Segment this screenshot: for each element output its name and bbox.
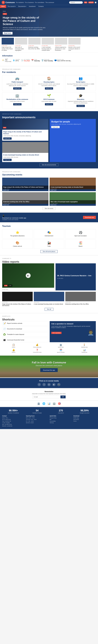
bip-badge[interactable]: bip [84,2,87,4]
tourism-card-4[interactable]: 🚂 Trails [34,240,64,249]
information-title: Information [2,55,96,57]
residents-readmore-4[interactable]: Read more [45,103,53,105]
accessibility-link[interactable]: Accessibility [50,420,56,422]
humidity-info: 💧 Humidity 37 % [13,58,20,62]
join-banner-button[interactable]: Download the app [40,368,58,372]
video-title: Video reports [2,260,96,263]
shortcut-sub-4[interactable]: 🔔 Notices [2,349,25,353]
social-aid-icon: 👨‍👩‍👧 [3,339,6,341]
announce-featured-button[interactable]: Read more [51,126,60,128]
announce-card-0: Alert Huge smog in the vicinity of the P… [2,119,48,141]
shortcut-item-2[interactable]: ♻️ Timetable for waste disposal [2,332,48,337]
tourism-see-all-button[interactable]: See all tourist places [40,250,58,253]
event-card-1: A new municipal housing estate on Areszk… [50,178,96,191]
newsletter-email-input[interactable] [32,396,60,398]
nav-for-residents[interactable]: For residents [16,2,24,3]
shortcuts-sub-grid: 📋 Report 💰 Online payments 🏛️ Sports hal… [2,344,96,353]
tourism-card-1[interactable]: 🎭 Entertainment [34,229,64,238]
linkedin-icon[interactable]: in [47,383,51,386]
stats-main: 86 994+ Number of residents 54 Number of… [2,409,96,414]
news-item-0[interactable]: 1 may 2021 Huge smog in the vicinity of … [2,38,14,51]
video-thumb-1[interactable]: 18.05.2021 A new municipal housing estat… [34,292,64,306]
events-see-all-button[interactable]: See all events [42,207,56,210]
join-banner: Fall in love with Commune Discover the c… [0,356,98,378]
instagram-icon[interactable]: 📷 [57,383,60,386]
residents-readmore-0[interactable]: Read more [13,88,22,90]
weather-info: ⛅ Today 7°C Partly cloudy [2,58,11,62]
shortcut-sub-6[interactable]: 🗓️ Sports activities [50,349,72,353]
news-item-3[interactable]: 21 may 2021 A new municipal housing esta… [42,38,54,51]
shortcut-sub-0[interactable]: 📋 Report [2,344,25,348]
nav-the-commune[interactable]: The commune [45,2,54,3]
announcements-see-all-button[interactable]: See all announcements [40,164,59,166]
stats-col-download: Download Mobile App Documents Forms [73,415,96,427]
video-thumb-2[interactable]: 18.05.2021 Extensive working time of the… [65,292,96,306]
residents-readmore-1[interactable]: Read more [45,88,53,90]
eco-icon: 🌱 [35,94,63,98]
event-readmore-0[interactable]: Read more [2,189,48,191]
newsletter-form: OK [2,396,96,398]
video-see-all-button[interactable]: See all [45,308,54,311]
facebook-icon[interactable]: f [38,383,41,386]
event-readmore-1[interactable]: Read more [50,189,96,191]
residents-readmore-5[interactable]: Read more [76,105,85,107]
hero-read-more-button[interactable]: Read more [3,32,13,34]
tourism-card-2[interactable]: ⚽ Sport and recreation [65,229,96,238]
announce-readmore-0[interactable]: Read more [3,138,12,140]
news-item-1[interactable]: 3 may 2021 New rules of municipal waste … [15,38,27,51]
app-download-button[interactable]: Download now [83,216,96,219]
header-nav: For residents For a business For committ… [16,2,68,3]
news-item-2[interactable]: 3 may 2021 Extensive working time of the… [28,38,40,51]
residents-readmore-2[interactable]: Read more [76,88,85,90]
sitemap-link[interactable]: Sitemap [50,422,54,424]
residents-readmore-3[interactable]: Read more [13,103,22,105]
event-card-2: Extensive working time of the Tax Office… [2,192,48,206]
event-readmore-3[interactable]: Read more [50,204,96,206]
residents-card-0: 🚌 Public transport Lorem ipsum dolor sit… [2,75,32,91]
shortcut-item-1[interactable]: 📄 Documents for download [2,327,48,331]
shortcut-sub-1[interactable]: 💰 Online payments [26,344,49,348]
app-download-text: Download our commune mobile app [2,217,26,219]
social-icon: 👥 [67,76,94,80]
event-readmore-2[interactable]: Read more [2,204,48,206]
video-thumb-0[interactable]: 18.05.2021 Huge smog in the vicinity of … [2,292,33,306]
ask-steward-button[interactable]: Ask a question [51,332,62,334]
partner-logo-2: 📊 [47,402,51,405]
announce-featured-desc: Lorem ipsum dolor sit amet, consectetur … [51,124,94,125]
play-button[interactable]: ▶ [26,273,31,278]
nav-news[interactable]: News [0,5,6,8]
announce-readmore-1[interactable]: Read more [3,159,12,161]
tourism-card-0[interactable]: ⭐ The greatest attractions [2,229,33,238]
search-input[interactable] [69,1,83,4]
twitter-icon[interactable]: t [42,383,46,386]
logo[interactable]: C Commune [2,1,15,4]
nav-for-committees[interactable]: For committees [35,2,44,3]
nav-investment[interactable]: Investment [27,5,37,8]
shortcut-sub-7[interactable]: 📊 Parking lots [73,349,96,353]
contrast-button[interactable]: ⬜ [95,2,96,3]
residents-card-5: 🎓 Education Dignissim habitasse platea d… [66,92,96,108]
nav-contacts[interactable]: Contacts [37,5,45,8]
shortcut-sub-3[interactable]: 🚶 Walking trails [73,344,96,348]
shortcut-item-0[interactable]: 📝 Report homeless animals [2,321,48,326]
privacy-policy-link[interactable]: Privacy Policy [50,417,57,418]
partner-logo-4: 🎯 [58,402,61,405]
news-item-4[interactable]: Finance 2021 Advance payment to pensione… [55,38,67,51]
nav-for-business[interactable]: For a business [25,2,34,3]
nav-council[interactable]: The council ▾ [6,5,17,8]
epuap-badge[interactable]: ePUAP [88,2,94,4]
app-download-section: 📱 Download our commune mobile app Availa… [0,213,98,222]
bip-link[interactable]: BIP [50,419,52,420]
nav-documents[interactable]: Documents ▾ [17,5,27,8]
tourism-card-3[interactable]: 🎨 Culture and art [2,240,33,249]
shortcut-sub-5[interactable]: ❓ Communal Portal [26,349,49,353]
youtube-icon[interactable]: ▶ [52,383,56,386]
news-item-5[interactable]: 18 may 2021 Women in the council running… [68,38,81,51]
newsletter-submit-button[interactable]: OK [60,396,66,398]
video-main[interactable]: ▶ LIVE ● 342 [2,263,54,288]
event-card-3: New rules of municipal waste segregation… [50,192,96,206]
shortcut-item-3[interactable]: 👨‍👩‍👧 Communal Social Aid Center [2,338,48,342]
shortcut-portal-icon: ❓ [26,349,49,351]
shortcut-sub-2[interactable]: 🏛️ Sports halls [50,344,72,348]
tourism-card-5[interactable]: 🏖️ Beach [65,240,96,249]
